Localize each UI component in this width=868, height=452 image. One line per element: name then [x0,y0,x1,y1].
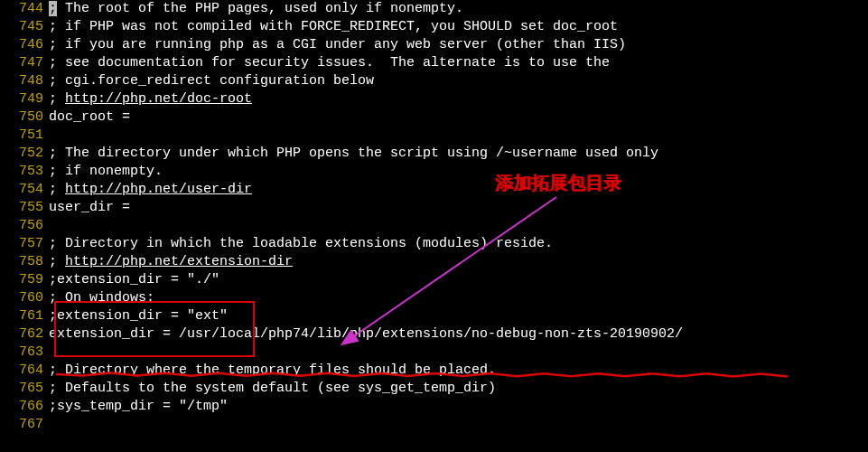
code-text: ; see documentation for security issues.… [49,54,868,72]
code-line[interactable]: 745; if PHP was not compiled with FORCE_… [0,18,868,36]
line-number: 759 [0,271,49,289]
code-line[interactable]: 761;extension_dir = "ext" [0,307,868,325]
line-number: 761 [0,307,49,325]
code-text: doc_root = [49,108,868,127]
line-number: 747 [0,54,49,72]
line-number: 750 [0,108,49,127]
line-number: 766 [0,398,49,416]
code-line[interactable]: 755user_dir = [0,199,868,217]
code-line[interactable]: 756 [0,217,868,235]
code-line[interactable]: 746; if you are running php as a CGI und… [0,36,868,54]
code-text: ;sys_temp_dir = "/tmp" [49,398,868,416]
doc-link[interactable]: http://php.net/doc-root [65,91,252,107]
code-line[interactable]: 748; cgi.force_redirect configuration be… [0,72,868,90]
code-line[interactable]: 758; http://php.net/extension-dir [0,253,868,271]
code-line[interactable]: 760; On windows: [0,289,868,307]
doc-link[interactable]: http://php.net/extension-dir [65,254,293,269]
line-number: 758 [0,253,49,271]
code-text: ; http://php.net/user-dir [49,181,868,199]
line-number: 744 [0,0,49,18]
code-text: extension_dir = /usr/local/php74/lib/php… [49,325,868,344]
code-text: ; Directory in which the loadable extens… [49,235,868,253]
code-text: user_dir = [49,199,868,217]
line-number: 763 [0,344,49,362]
code-text [49,127,868,145]
code-text: ; The root of the PHP pages, used only i… [49,0,868,18]
code-text: ; The directory under which PHP opens th… [49,145,868,163]
code-line[interactable]: 763 [0,344,868,362]
code-text: ; if you are running php as a CGI under … [49,36,868,54]
code-text: ; http://php.net/extension-dir [49,253,868,271]
code-line[interactable]: 749; http://php.net/doc-root [0,90,868,108]
code-text: ;extension_dir = "./" [49,271,868,289]
code-line[interactable]: 754; http://php.net/user-dir [0,181,868,199]
code-line[interactable]: 747; see documentation for security issu… [0,54,868,72]
code-text [49,344,868,362]
line-number: 748 [0,72,49,90]
code-line[interactable]: 764; Directory where the temporary files… [0,362,868,380]
code-line[interactable]: 753; if nonempty. [0,163,868,181]
line-number: 767 [0,416,49,434]
line-number: 755 [0,199,49,217]
doc-link[interactable]: http://php.net/user-dir [65,182,252,197]
code-text: ; if nonempty. [49,163,868,181]
code-line[interactable]: 765; Defaults to the system default (see… [0,380,868,398]
line-number: 745 [0,18,49,36]
code-editor[interactable]: 744; The root of the PHP pages, used onl… [0,0,868,434]
code-text: ; Directory where the temporary files sh… [49,362,868,380]
line-number: 760 [0,289,49,307]
line-number: 764 [0,362,49,380]
line-number: 756 [0,217,49,235]
line-number: 757 [0,235,49,253]
line-number: 746 [0,36,49,54]
code-line[interactable]: 766;sys_temp_dir = "/tmp" [0,398,868,416]
code-line[interactable]: 750doc_root = [0,108,868,127]
code-text: ; if PHP was not compiled with FORCE_RED… [49,18,868,36]
code-line[interactable]: 762extension_dir = /usr/local/php74/lib/… [0,325,868,344]
code-text: ; cgi.force_redirect configuration below [49,72,868,90]
code-text: ;extension_dir = "ext" [49,307,868,325]
code-text: ; Defaults to the system default (see sy… [49,380,868,398]
code-text [49,416,868,434]
line-number: 751 [0,127,49,145]
line-number: 749 [0,90,49,108]
code-line[interactable]: 757; Directory in which the loadable ext… [0,235,868,253]
line-number: 765 [0,380,49,398]
line-number: 753 [0,163,49,181]
line-number: 754 [0,181,49,199]
code-line[interactable]: 752; The directory under which PHP opens… [0,145,868,163]
code-text [49,217,868,235]
code-text: ; http://php.net/doc-root [49,90,868,108]
code-line[interactable]: 751 [0,127,868,145]
code-line[interactable]: 744; The root of the PHP pages, used onl… [0,0,868,18]
line-number: 762 [0,325,49,344]
line-number: 752 [0,145,49,163]
code-line[interactable]: 759;extension_dir = "./" [0,271,868,289]
code-text: ; On windows: [49,289,868,307]
code-line[interactable]: 767 [0,416,868,434]
